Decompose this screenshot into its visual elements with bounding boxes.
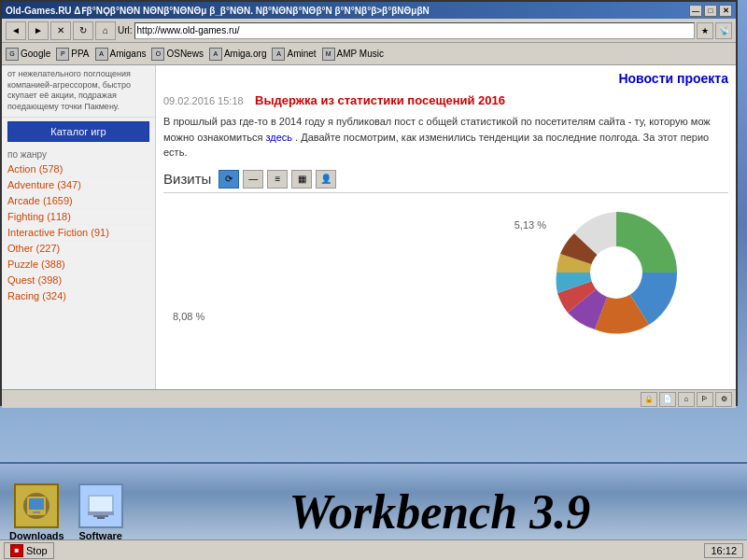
amigans-icon: A [95, 48, 108, 61]
sidebar-item-action[interactable]: Action (578) [2, 161, 155, 177]
visits-icon-refresh[interactable]: ⟳ [218, 170, 239, 189]
visits-icon-user[interactable]: 👤 [316, 170, 336, 189]
news-link[interactable]: здесь [265, 132, 292, 143]
bookmark-amigaorg[interactable]: A Amiga.org [209, 48, 267, 61]
stop-label: Stop [26, 545, 48, 556]
chart-area: 8,08 % 5,13 % [163, 201, 728, 350]
main-content: Новости проекта 09.02.2016 15:18 Выдержк… [156, 65, 736, 389]
url-bar: Url: ★ 📡 [118, 22, 732, 39]
ppa-icon: P [56, 48, 69, 61]
title-bar: Old-Games.RU ΔϜβ°ΝϘβ°ΝΘΝ ΝΘΝβ°ΝΘΝΘμ β_β°… [2, 2, 736, 19]
browser-toolbar: ◄ ► ✕ ↻ ⌂ Url: ★ 📡 [2, 19, 736, 43]
maximize-button[interactable]: □ [704, 5, 717, 17]
news-body: В прошлый раз где-то в 2014 году я публи… [163, 114, 728, 161]
close-button[interactable]: ✕ [719, 5, 732, 17]
sidebar: от нежелательного поглощения компанией-а… [2, 65, 156, 389]
software-icon [78, 483, 123, 528]
forward-button[interactable]: ► [28, 21, 49, 40]
taskbar-downloads[interactable]: Downloads [9, 483, 64, 541]
browser-window: Old-Games.RU ΔϜβ°ΝϘβ°ΝΘΝ ΝΘΝβ°ΝΘΝΘμ β_β°… [0, 0, 738, 406]
window-title: Old-Games.RU ΔϜβ°ΝϘβ°ΝΘΝ ΝΘΝβ°ΝΘΝΘμ β_β°… [6, 6, 430, 16]
url-label: Url: [118, 25, 133, 35]
news-header: Новости проекта [163, 71, 728, 86]
amigaorg-icon: A [209, 48, 222, 61]
svg-rect-9 [97, 517, 105, 519]
bottom-bar: ■ Stop 16:12 [0, 539, 747, 560]
catalog-button[interactable]: Каталог игр [7, 121, 149, 142]
bookmark-ampmusic[interactable]: M AMP Music [322, 48, 384, 61]
bookmark-star-icon[interactable]: ★ [697, 22, 713, 39]
desktop: Old-Games.RU ΔϜβ°ΝϘβ°ΝΘΝ ΝΘΝβ°ΝΘΝΘμ β_β°… [0, 0, 747, 560]
rss-icon[interactable]: 📡 [715, 22, 732, 39]
status-icon-2: 📄 [659, 392, 676, 407]
refresh-button[interactable]: ↻ [73, 21, 93, 40]
minimize-button[interactable]: — [689, 5, 702, 17]
sidebar-item-adventure[interactable]: Adventure (347) [2, 177, 155, 193]
url-input[interactable] [134, 22, 695, 39]
status-icon-home[interactable]: ⌂ [678, 392, 695, 407]
home-button[interactable]: ⌂ [95, 21, 116, 40]
svg-point-0 [590, 246, 642, 299]
sidebar-item-interactive-fiction[interactable]: Interactive Fiction (91) [2, 225, 155, 241]
svg-rect-7 [88, 511, 114, 515]
status-icon-flag: 🏳 [697, 392, 713, 407]
bookmarks-bar: G Google P PPA A Amigans O OSNews A Amig… [2, 43, 736, 65]
bookmark-aminet[interactable]: A Aminet [272, 48, 316, 61]
visits-icon-group: ⟳ — ≡ ▦ 👤 [218, 170, 336, 189]
sidebar-promo-text: от нежелательного поглощения компанией-а… [2, 65, 155, 118]
sidebar-item-fighting[interactable]: Fighting (118) [2, 209, 155, 225]
ampmusic-icon: M [322, 48, 335, 61]
bookmark-google[interactable]: G Google [6, 48, 50, 61]
sidebar-item-puzzle[interactable]: Puzzle (388) [2, 257, 155, 273]
visits-header: Визиты ⟳ — ≡ ▦ 👤 [163, 170, 728, 193]
taskbar-icon-row: Downloads Software [9, 483, 123, 541]
bookmark-osnews[interactable]: O OSNews [151, 48, 203, 61]
clock: 16:12 [704, 543, 743, 558]
svg-rect-6 [90, 497, 112, 511]
visits-title: Визиты [163, 171, 211, 187]
stop-button[interactable]: ✕ [50, 21, 71, 40]
status-icon-1: 🔒 [641, 392, 657, 407]
sidebar-item-other[interactable]: Other (227) [2, 241, 155, 257]
visits-icon-line[interactable]: — [243, 170, 263, 189]
bookmark-ppa[interactable]: P PPA [56, 48, 89, 61]
stop-button-taskbar[interactable]: ■ Stop [4, 542, 54, 559]
url-action-icons: ★ 📡 [697, 22, 732, 39]
taskbar-icons: Downloads Software [9, 483, 123, 541]
svg-rect-4 [33, 511, 40, 513]
stop-icon: ■ [10, 544, 23, 557]
downloads-icon [14, 483, 59, 528]
visits-section: Визиты ⟳ — ≡ ▦ 👤 8,08 % 5,13 % [163, 170, 728, 350]
news-date: 09.02.2016 15:18 [163, 95, 244, 106]
visits-icon-table[interactable]: ▦ [291, 170, 312, 189]
window-controls: — □ ✕ [689, 5, 732, 17]
chart-label-513: 5,13 % [514, 219, 546, 231]
bookmark-amigans[interactable]: A Amigans [95, 48, 147, 61]
news-title: Выдержка из статистики посещений 2016 [255, 93, 505, 107]
workbench-title: Workbench 3.9 [142, 484, 738, 539]
google-icon: G [6, 48, 19, 61]
svg-rect-3 [29, 498, 44, 510]
visits-icon-bar[interactable]: ≡ [267, 170, 288, 189]
browser-status-bar: 🔒 📄 ⌂ 🏳 ⚙ [2, 389, 736, 408]
sidebar-item-quest[interactable]: Quest (398) [2, 273, 155, 288]
browser-content: от нежелательного поглощения компанией-а… [2, 65, 736, 389]
svg-rect-8 [93, 515, 108, 517]
aminet-icon: A [272, 48, 285, 61]
taskbar-software[interactable]: Software [78, 483, 123, 541]
status-icons: 🔒 📄 ⌂ 🏳 ⚙ [641, 392, 732, 407]
status-icon-tools[interactable]: ⚙ [715, 392, 732, 407]
back-button[interactable]: ◄ [6, 21, 26, 40]
news-date-title: 09.02.2016 15:18 Выдержка из статистики … [163, 91, 728, 108]
sidebar-section-genre: по жанру [2, 146, 155, 161]
chart-label-808: 8,08 % [173, 311, 204, 322]
sidebar-item-arcade[interactable]: Arcade (1659) [2, 193, 155, 209]
osnews-icon: O [151, 48, 164, 61]
sidebar-item-racing[interactable]: Racing (324) [2, 288, 155, 304]
